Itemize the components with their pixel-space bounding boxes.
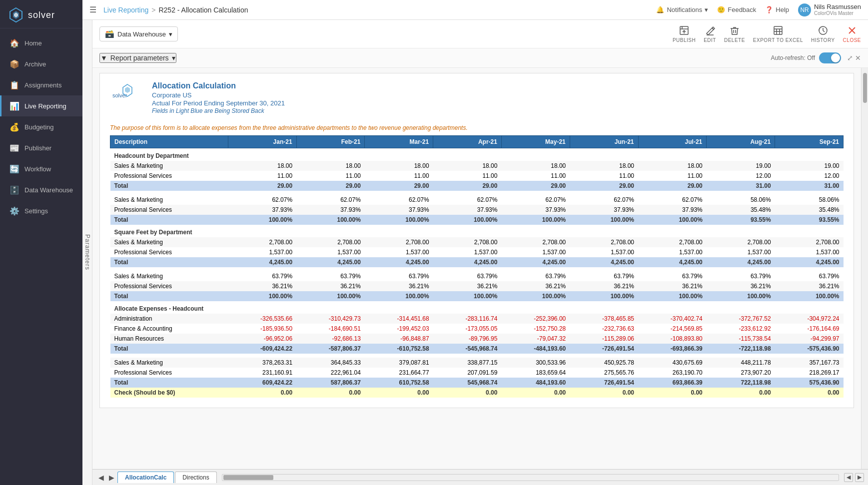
dropdown-chevron-icon: ▾ bbox=[169, 30, 172, 38]
row-cell: 37.93% bbox=[501, 205, 570, 215]
history-label: HISTORY bbox=[811, 37, 835, 43]
row-cell: 100.00% bbox=[365, 291, 433, 301]
feedback-label: Feedback bbox=[728, 6, 756, 13]
row-label: Check (Should be $0) bbox=[110, 388, 228, 398]
workflow-icon: 🔄 bbox=[9, 164, 19, 174]
row-cell: 36.21% bbox=[570, 281, 638, 291]
sidebar-item-label: Publisher bbox=[24, 144, 51, 152]
row-cell: 1,537.00 bbox=[433, 247, 502, 257]
hamburger-icon[interactable]: ☰ bbox=[89, 5, 96, 14]
sidebar-item-workflow[interactable]: 🔄 Workflow bbox=[0, 158, 82, 179]
row-cell: -587,806.37 bbox=[296, 344, 365, 354]
row-cell: 63.79% bbox=[775, 271, 844, 281]
sidebar-item-live-reporting[interactable]: 📊 Live Reporting bbox=[0, 95, 82, 116]
notifications-button[interactable]: 🔔 Notifications ▾ bbox=[656, 6, 708, 13]
publish-button[interactable]: PUBLISH bbox=[673, 25, 696, 43]
refresh-action-icon[interactable]: ✕ bbox=[855, 54, 861, 62]
user-menu[interactable]: NR Nils Rasmussen ColorOVis Master bbox=[798, 3, 861, 17]
row-cell: 2,708.00 bbox=[296, 237, 365, 247]
data-warehouse-button[interactable]: 🗃️ Data Warehouse ▾ bbox=[99, 26, 178, 41]
export-excel-button[interactable]: EXPORT TO EXCEL bbox=[753, 25, 803, 43]
row-cell: 100.00% bbox=[570, 215, 638, 225]
row-cell: 63.79% bbox=[638, 271, 707, 281]
row-cell: 100.00% bbox=[638, 291, 707, 301]
scrollbar-thumb[interactable] bbox=[863, 73, 867, 103]
help-button[interactable]: ❓ Help bbox=[765, 6, 789, 13]
header-actions: 🔔 Notifications ▾ 🙂 Feedback ❓ Help NR N… bbox=[656, 3, 861, 17]
close-button[interactable]: CLOSE bbox=[843, 25, 861, 43]
row-cell: 18.00 bbox=[638, 161, 707, 171]
vertical-scrollbar[interactable] bbox=[861, 68, 868, 469]
expand-icon[interactable]: ⤢ bbox=[847, 54, 853, 62]
edit-button[interactable]: EDIT bbox=[704, 25, 716, 43]
feedback-button[interactable]: 🙂 Feedback bbox=[717, 6, 756, 13]
row-cell: 379,087.81 bbox=[365, 358, 433, 368]
row-cell: 2,708.00 bbox=[433, 237, 502, 247]
sidebar-item-publisher[interactable]: 📰 Publisher bbox=[0, 137, 82, 158]
row-cell: 609,424.22 bbox=[228, 378, 296, 388]
sidebar-item-home[interactable]: 🏠 Home bbox=[0, 32, 82, 53]
row-cell: -199,452.03 bbox=[365, 324, 433, 334]
row-cell: 610,752.58 bbox=[365, 378, 433, 388]
auto-refresh-control: Auto-refresh: Off ⤢ ✕ bbox=[771, 52, 861, 63]
sidebar-item-archive[interactable]: 📦 Archive bbox=[0, 53, 82, 74]
breadcrumb-live-reporting[interactable]: Live Reporting bbox=[103, 6, 148, 14]
row-cell: 58.06% bbox=[775, 195, 844, 205]
delete-button[interactable]: DELETE bbox=[724, 25, 745, 43]
row-cell: 4,245.00 bbox=[775, 257, 844, 267]
row-cell: 11.00 bbox=[365, 171, 433, 181]
sheet-next-button[interactable]: ▶ bbox=[855, 473, 864, 482]
row-label: Professional Services bbox=[110, 171, 228, 181]
sidebar-item-assignments[interactable]: 📋 Assignments bbox=[0, 74, 82, 95]
row-cell: -310,429.73 bbox=[296, 314, 365, 324]
row-cell: 100.00% bbox=[433, 291, 502, 301]
tab-directions[interactable]: Directions bbox=[175, 472, 216, 483]
row-cell: 100.00% bbox=[365, 215, 433, 225]
sidebar-item-budgeting[interactable]: 💰 Budgeting bbox=[0, 116, 82, 137]
tab-nav-left[interactable]: ◀ bbox=[96, 473, 106, 483]
sheet-prev-button[interactable]: ◀ bbox=[844, 473, 853, 482]
row-cell: 36.21% bbox=[365, 281, 433, 291]
publish-icon bbox=[679, 25, 690, 36]
edit-label: EDIT bbox=[704, 37, 716, 43]
report-parameters-button[interactable]: ▼ Report parameters ▾ bbox=[99, 53, 176, 63]
row-cell: -722,118.98 bbox=[707, 344, 775, 354]
table-section-header: Allocate Expenses - Headcount bbox=[110, 301, 844, 314]
parameters-panel[interactable]: Parameters bbox=[82, 20, 92, 485]
history-icon bbox=[818, 25, 829, 36]
row-cell: -185,936.50 bbox=[228, 324, 296, 334]
table-header-cell: Description bbox=[110, 136, 228, 148]
notifications-label: Notifications bbox=[667, 6, 702, 13]
row-cell: -609,424.22 bbox=[228, 344, 296, 354]
bottom-tabs: ◀ ▶ AllocationCalcDirections ◀ ▶ bbox=[92, 469, 868, 485]
history-button[interactable]: HISTORY bbox=[811, 25, 835, 43]
row-cell: 357,167.73 bbox=[775, 358, 844, 368]
row-cell: -108,893.80 bbox=[638, 334, 707, 344]
table-row: Administration-326,535.66-310,429.73-314… bbox=[110, 314, 844, 324]
row-cell: 2,708.00 bbox=[638, 237, 707, 247]
sidebar-item-data-warehouse[interactable]: 🗄️ Data Warehouse bbox=[0, 179, 82, 200]
table-row: Total100.00%100.00%100.00%100.00%100.00%… bbox=[110, 215, 844, 225]
auto-refresh-label: Auto-refresh: Off bbox=[771, 54, 815, 61]
row-cell: 0.00 bbox=[570, 388, 638, 398]
user-name-block: Nils Rasmussen ColorOVis Master bbox=[814, 3, 861, 17]
row-cell: -79,047.32 bbox=[501, 334, 570, 344]
row-cell: 448,211.78 bbox=[707, 358, 775, 368]
row-cell: -575,436.90 bbox=[775, 344, 844, 354]
horizontal-scrollbar-thumb[interactable] bbox=[223, 475, 273, 480]
row-cell: 62.07% bbox=[365, 195, 433, 205]
row-cell: 100.00% bbox=[570, 291, 638, 301]
help-icon: ❓ bbox=[765, 6, 773, 13]
horizontal-scrollbar[interactable] bbox=[222, 474, 839, 481]
settings-icon: ⚙️ bbox=[9, 206, 19, 216]
tab-allocationcalc[interactable]: AllocationCalc bbox=[117, 472, 174, 483]
sidebar-item-settings[interactable]: ⚙️ Settings bbox=[0, 200, 82, 221]
sidebar-item-label: Archive bbox=[24, 60, 46, 68]
content-area: Parameters 🗃️ Data Warehouse ▾ bbox=[82, 20, 868, 485]
publisher-icon: 📰 bbox=[9, 143, 19, 153]
tab-nav-right[interactable]: ▶ bbox=[107, 473, 116, 483]
row-cell: 4,245.00 bbox=[433, 257, 502, 267]
bell-icon: 🔔 bbox=[656, 6, 664, 13]
row-cell: 4,245.00 bbox=[707, 257, 775, 267]
auto-refresh-toggle[interactable] bbox=[819, 52, 841, 63]
